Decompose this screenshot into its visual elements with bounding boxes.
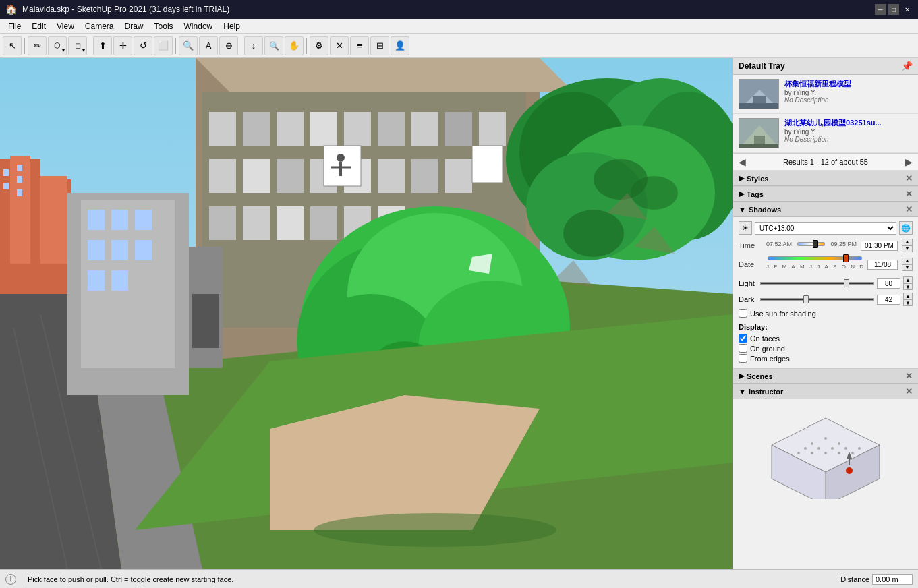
light-value-input[interactable]: 80 (877, 278, 900, 289)
model-info-2: 湖北某幼儿,园模型03251su... by rYing Y. No Descr… (784, 118, 913, 148)
shadow-toggle-btn[interactable]: ☀ (739, 221, 752, 235)
scale-tool[interactable]: ⬜ (154, 36, 173, 55)
scenes-close[interactable]: ✕ (905, 371, 913, 381)
time-slider-track[interactable] (797, 242, 825, 246)
axes-tool[interactable]: ⊕ (219, 36, 238, 55)
pencil-tool[interactable]: ✏ (28, 36, 47, 55)
push-pull-tool[interactable]: ⬆ (93, 36, 112, 55)
model-title-1[interactable]: 杯集恒福新里程模型 (784, 79, 913, 89)
rotate-tool[interactable]: ↺ (134, 36, 152, 55)
menu-camera[interactable]: Camera (80, 20, 119, 32)
menu-tools[interactable]: Tools (149, 20, 179, 32)
menu-edit[interactable]: Edit (26, 20, 51, 32)
svg-rect-42 (472, 146, 503, 183)
dark-spin-up[interactable]: ▲ (903, 293, 913, 299)
tags-section-header[interactable]: ▶ Tags ✕ (733, 186, 918, 202)
select-tool[interactable]: ↖ (3, 36, 22, 55)
info-icon[interactable]: i (5, 574, 16, 585)
minimize-button[interactable]: ─ (875, 4, 886, 15)
orbit-tool[interactable]: ↕ (244, 36, 263, 55)
styles-section-header[interactable]: ▶ Styles ✕ (733, 171, 918, 186)
svg-rect-20 (277, 112, 304, 146)
shape-tool[interactable]: ⬡▾ (48, 36, 67, 55)
light-spinner: ▲ ▼ (903, 276, 913, 290)
time-value-input[interactable]: 01:30 PM (861, 241, 898, 251)
on-faces-checkbox[interactable] (739, 334, 747, 343)
time-spin-down[interactable]: ▼ (902, 245, 913, 252)
geo-locate-btn[interactable]: 🌐 (899, 221, 913, 235)
layers-tool[interactable]: ≡ (350, 36, 369, 55)
svg-rect-88 (111, 240, 128, 260)
results-next[interactable]: ▶ (905, 156, 913, 167)
date-label: Date (739, 260, 762, 268)
on-faces-label: On faces (750, 334, 780, 343)
timezone-select[interactable]: UTC+13:00 UTC+12:00 UTC+00:00 (755, 222, 896, 235)
rect-tool[interactable]: ◻▾ (68, 36, 87, 55)
text-tool[interactable]: A (199, 36, 218, 55)
date-value-input[interactable]: 11/08 (867, 260, 898, 270)
svg-point-108 (817, 447, 820, 450)
dark-spin-down[interactable]: ▼ (903, 299, 913, 306)
menu-window[interactable]: Window (179, 20, 219, 32)
svg-point-106 (824, 437, 827, 440)
model-card-1[interactable]: 杯集恒福新里程模型 by rYing Y. No Description (733, 75, 918, 114)
styles-tool[interactable]: ⊞ (370, 36, 389, 55)
svg-rect-91 (111, 270, 128, 291)
styles-label: Styles (747, 175, 768, 183)
time-spin-up[interactable]: ▲ (902, 239, 913, 245)
menu-view[interactable]: View (51, 20, 80, 32)
close-button[interactable]: ✕ (902, 4, 913, 15)
date-spin-down[interactable]: ▼ (902, 264, 913, 271)
statusbar: i Pick face to push or pull. Ctrl = togg… (0, 569, 918, 588)
svg-point-112 (838, 452, 840, 454)
svg-rect-85 (111, 210, 128, 230)
instructor-close[interactable]: ✕ (905, 386, 913, 396)
model-author-2: by rYing Y. (784, 128, 913, 136)
sun-shading-checkbox[interactable] (739, 309, 747, 318)
dark-row: Dark 42 ▲ ▼ (739, 293, 913, 306)
svg-rect-21 (310, 112, 337, 146)
light-slider-track[interactable] (760, 282, 874, 285)
zoom-tool[interactable]: 🔍 (264, 36, 283, 55)
move-tool[interactable]: ✛ (113, 36, 132, 55)
viewport[interactable] (0, 58, 733, 569)
section-tool[interactable]: ✕ (330, 36, 349, 55)
panel-pin-icon[interactable]: 📌 (901, 61, 913, 71)
tags-close[interactable]: ✕ (905, 189, 913, 199)
menu-draw[interactable]: Draw (119, 20, 149, 32)
svg-rect-28 (243, 159, 270, 193)
dark-value-input[interactable]: 42 (877, 295, 900, 305)
model-card-2[interactable]: 湖北某幼儿,园模型03251su... by rYing Y. No Descr… (733, 114, 918, 153)
maximize-button[interactable]: □ (888, 4, 899, 15)
instructor-section-header[interactable]: ▼ Instructor ✕ (733, 384, 918, 399)
results-prev[interactable]: ◀ (739, 156, 746, 167)
from-edges-checkbox[interactable] (739, 354, 747, 363)
window-title: Malavida.skp - SketchUp Pro 2021 (31 day… (22, 5, 229, 14)
on-ground-checkbox[interactable] (739, 344, 747, 353)
dark-slider-thumb (803, 295, 809, 303)
instructor-3d-view (758, 405, 893, 499)
svg-rect-84 (88, 210, 105, 230)
shadows-close[interactable]: ✕ (905, 204, 913, 214)
date-spin-up[interactable]: ▲ (902, 258, 913, 264)
panel-header: Default Tray 📌 (733, 58, 918, 75)
tape-tool[interactable]: 🔍 (179, 36, 198, 55)
menu-file[interactable]: File (3, 20, 26, 32)
tags-label: Tags (747, 190, 764, 198)
menu-help[interactable]: Help (218, 20, 246, 32)
shadows-section-header[interactable]: ▼ Shadows ✕ (733, 202, 918, 217)
svg-point-43 (337, 154, 345, 162)
user-tool[interactable]: 👤 (391, 36, 409, 55)
menubar: File Edit View Camera Draw Tools Window … (0, 19, 918, 34)
light-spin-down[interactable]: ▼ (903, 283, 913, 290)
pan-tool[interactable]: ✋ (285, 36, 304, 55)
scene-canvas (0, 58, 733, 569)
dark-slider-track[interactable] (760, 298, 874, 301)
settings-tool[interactable]: ⚙ (310, 36, 328, 55)
scenes-section-header[interactable]: ▶ Scenes ✕ (733, 368, 918, 384)
model-title-2[interactable]: 湖北某幼儿,园模型03251su... (784, 118, 913, 128)
styles-close[interactable]: ✕ (905, 173, 913, 183)
date-slider-track[interactable] (768, 256, 862, 260)
distance-input[interactable] (872, 574, 913, 585)
light-spin-up[interactable]: ▲ (903, 276, 913, 283)
